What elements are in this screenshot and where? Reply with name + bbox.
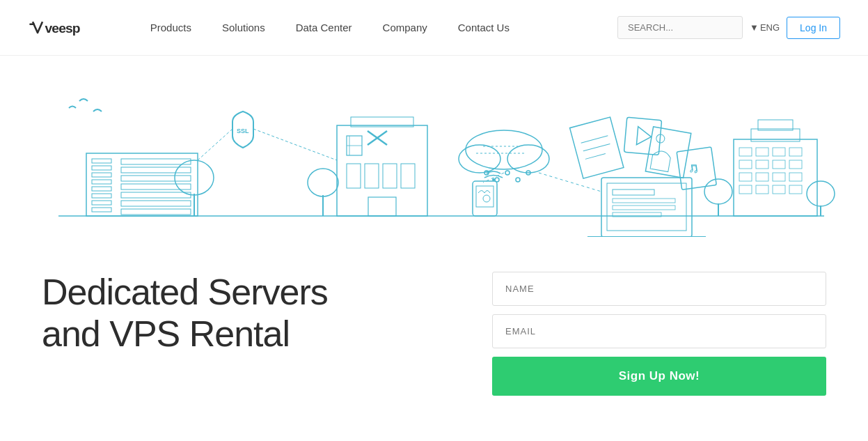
- name-input[interactable]: [492, 272, 826, 306]
- svg-point-49: [483, 195, 490, 202]
- svg-rect-70: [789, 148, 802, 156]
- svg-rect-13: [121, 176, 191, 181]
- svg-rect-33: [401, 164, 415, 188]
- svg-rect-31: [365, 164, 379, 188]
- svg-rect-75: [739, 173, 752, 181]
- svg-rect-30: [347, 164, 361, 188]
- main-heading: Dedicated Servers and VPS Rental: [42, 272, 464, 355]
- svg-rect-71: [739, 160, 752, 169]
- main-header: veesp Products Solutions Data Center Com…: [0, 0, 868, 56]
- svg-rect-73: [773, 160, 785, 169]
- lang-chevron-icon: ▼: [750, 22, 759, 33]
- svg-rect-69: [773, 148, 785, 156]
- svg-point-35: [308, 169, 338, 196]
- svg-point-83: [704, 179, 732, 204]
- svg-rect-10: [92, 208, 111, 212]
- svg-point-18: [175, 160, 214, 195]
- login-button[interactable]: Log In: [787, 17, 840, 39]
- svg-rect-64: [734, 139, 817, 216]
- svg-rect-23: [337, 125, 427, 216]
- svg-rect-6: [92, 180, 111, 184]
- svg-point-44: [505, 171, 510, 175]
- language-selector[interactable]: ▼ ENG: [750, 22, 780, 33]
- nav-datacenter[interactable]: Data Center: [281, 22, 368, 33]
- svg-rect-67: [739, 148, 752, 156]
- svg-line-21: [198, 129, 232, 160]
- svg-rect-32: [383, 164, 397, 188]
- main-nav: Products Solutions Data Center Company C…: [135, 22, 617, 33]
- svg-text:♫: ♫: [687, 160, 700, 176]
- svg-rect-11: [121, 159, 191, 164]
- svg-rect-5: [92, 173, 111, 177]
- svg-rect-79: [739, 185, 752, 194]
- svg-rect-82: [789, 185, 802, 194]
- svg-point-45: [516, 178, 520, 182]
- svg-text:SSL: SSL: [237, 127, 249, 134]
- svg-line-51: [581, 136, 608, 143]
- svg-marker-90: [636, 127, 652, 146]
- nav-products[interactable]: Products: [135, 22, 207, 33]
- svg-rect-34: [368, 197, 396, 216]
- svg-rect-3: [92, 159, 111, 163]
- logo-icon: veesp: [28, 18, 107, 38]
- lang-label: ENG: [760, 22, 780, 33]
- svg-rect-48: [476, 186, 494, 207]
- svg-line-22: [253, 129, 337, 160]
- svg-rect-7: [92, 187, 111, 191]
- nav-company[interactable]: Company: [368, 22, 443, 33]
- hero-text: Dedicated Servers and VPS Rental: [42, 272, 464, 355]
- nav-solutions[interactable]: Solutions: [207, 22, 281, 33]
- svg-line-53: [585, 154, 605, 160]
- svg-rect-16: [121, 201, 191, 206]
- svg-rect-80: [756, 185, 768, 194]
- search-input[interactable]: [617, 16, 743, 39]
- svg-point-38: [459, 145, 500, 173]
- svg-rect-8: [92, 194, 111, 198]
- header-right: ▼ ENG Log In: [617, 16, 840, 39]
- svg-point-85: [807, 181, 835, 206]
- svg-rect-56: [601, 178, 692, 237]
- svg-rect-76: [756, 173, 768, 181]
- svg-rect-12: [121, 167, 191, 173]
- svg-rect-14: [121, 184, 191, 189]
- svg-point-63: [492, 178, 495, 181]
- svg-rect-4: [92, 166, 111, 170]
- city-illustration-svg: SSL: [17, 70, 852, 237]
- svg-rect-78: [789, 173, 802, 181]
- svg-rect-72: [756, 160, 768, 169]
- svg-rect-15: [121, 192, 191, 198]
- svg-rect-17: [121, 209, 191, 215]
- svg-point-37: [466, 130, 542, 169]
- content-section: Dedicated Servers and VPS Rental Sign Up…: [0, 237, 868, 417]
- svg-rect-58: [613, 189, 654, 195]
- svg-rect-89: [624, 117, 661, 155]
- hero-illustration: SSL: [0, 56, 868, 237]
- svg-line-52: [583, 144, 610, 150]
- svg-rect-77: [773, 173, 785, 181]
- svg-rect-68: [756, 148, 768, 156]
- signup-form: Sign Up Now!: [492, 272, 826, 396]
- logo-link[interactable]: veesp: [28, 18, 107, 38]
- email-input[interactable]: [492, 314, 826, 348]
- svg-text:veesp: veesp: [45, 21, 80, 36]
- signup-button[interactable]: Sign Up Now!: [492, 357, 826, 396]
- svg-rect-57: [607, 183, 686, 231]
- svg-rect-9: [92, 201, 111, 205]
- svg-rect-81: [773, 185, 785, 194]
- svg-rect-60: [613, 206, 675, 210]
- svg-rect-74: [789, 160, 802, 169]
- nav-contact[interactable]: Contact Us: [443, 22, 525, 33]
- svg-rect-59: [613, 199, 675, 203]
- svg-point-39: [507, 145, 549, 173]
